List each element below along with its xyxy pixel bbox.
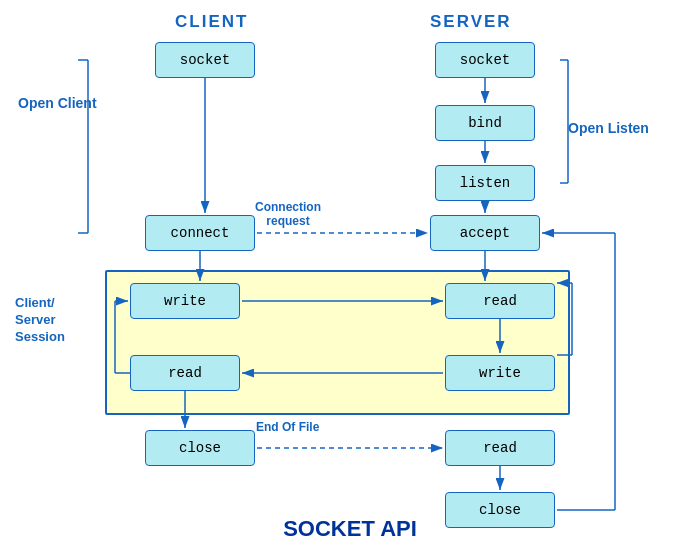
- client-write-node: write: [130, 283, 240, 319]
- server-write-node: write: [445, 355, 555, 391]
- page-title: SOCKET API: [0, 516, 700, 542]
- open-listen-label: Open Listen: [568, 120, 649, 136]
- open-client-label: Open Client: [18, 95, 97, 111]
- server-socket-node: socket: [435, 42, 535, 78]
- session-label: Client/ServerSession: [15, 295, 65, 346]
- client-read-node: read: [130, 355, 240, 391]
- client-header: CLIENT: [175, 12, 248, 32]
- client-connect-node: connect: [145, 215, 255, 251]
- server-read2-node: read: [445, 430, 555, 466]
- eof-label: End Of File: [256, 420, 319, 434]
- server-accept-node: accept: [430, 215, 540, 251]
- server-read-node: read: [445, 283, 555, 319]
- connection-request-label: Connectionrequest: [255, 200, 321, 228]
- client-socket-node: socket: [155, 42, 255, 78]
- server-listen-node: listen: [435, 165, 535, 201]
- server-header: SERVER: [430, 12, 512, 32]
- diagram-container: CLIENT SERVER socket connect write read …: [0, 0, 700, 550]
- client-close-node: close: [145, 430, 255, 466]
- server-bind-node: bind: [435, 105, 535, 141]
